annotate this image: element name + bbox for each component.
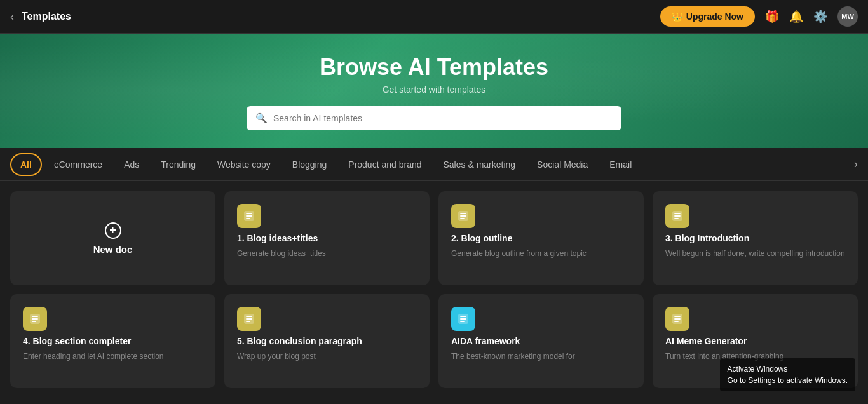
watermark-line2: Go to Settings to activate Windows. bbox=[728, 375, 848, 386]
card-blog-ideas-titles[interactable]: 1. Blog ideas+titles Generate blog ideas… bbox=[224, 191, 430, 285]
avatar-label: MW bbox=[841, 13, 854, 20]
back-button[interactable]: ‹ bbox=[10, 10, 14, 24]
new-doc-label: New doc bbox=[93, 244, 133, 255]
tabs-bar: AlleCommerceAdsTrendingWebsite copyBlogg… bbox=[0, 148, 868, 181]
topnav: ‹ Templates 👑 Upgrade Now 🎁 🔔 ⚙️ MW bbox=[0, 0, 868, 34]
card-icon-blog-section-completer bbox=[23, 307, 47, 331]
card-icon-blog-outline bbox=[451, 204, 475, 228]
upgrade-label: Upgrade Now bbox=[686, 11, 743, 22]
card-desc-blog-introduction: Well begun is half done, write compellin… bbox=[665, 248, 845, 259]
card-desc-aida-framework: The best-known marketing model for bbox=[451, 351, 631, 362]
topnav-left: ‹ Templates bbox=[10, 10, 71, 24]
tab-ads[interactable]: Ads bbox=[114, 154, 149, 175]
card-blog-conclusion[interactable]: 5. Blog conclusion paragraph Wrap up you… bbox=[224, 294, 430, 388]
card-title-blog-introduction: 3. Blog Introduction bbox=[665, 233, 845, 243]
card-aida-framework[interactable]: AIDA framework The best-known marketing … bbox=[438, 294, 644, 388]
search-input[interactable] bbox=[247, 106, 621, 130]
windows-watermark: Activate Windows Go to Settings to activ… bbox=[720, 358, 855, 391]
card-desc-blog-ideas-titles: Generate blog ideas+titles bbox=[237, 248, 417, 259]
card-title-ai-meme-generator: AI Meme Generator bbox=[665, 336, 845, 346]
tabs-scroll-right[interactable]: › bbox=[854, 158, 858, 171]
card-icon-blog-ideas-titles bbox=[237, 204, 261, 228]
gift-icon[interactable]: 🎁 bbox=[765, 10, 779, 24]
tab-all[interactable]: All bbox=[10, 153, 42, 176]
card-icon-blog-conclusion bbox=[237, 307, 261, 331]
card-icon-blog-introduction bbox=[665, 204, 689, 228]
crown-icon: 👑 bbox=[672, 11, 682, 22]
settings-icon[interactable]: ⚙️ bbox=[813, 10, 827, 24]
hero-subtitle: Get started with templates bbox=[10, 84, 858, 95]
avatar[interactable]: MW bbox=[837, 6, 858, 27]
card-desc-blog-conclusion: Wrap up your blog post bbox=[237, 351, 417, 362]
card-icon-ai-meme-generator bbox=[665, 307, 689, 331]
card-desc-blog-outline: Generate blog outline from a given topic bbox=[451, 248, 631, 259]
hero-banner: Browse AI Templates Get started with tem… bbox=[0, 34, 868, 148]
watermark-line1: Activate Windows bbox=[728, 363, 848, 375]
upgrade-button[interactable]: 👑 Upgrade Now bbox=[660, 6, 755, 27]
card-title-blog-conclusion: 5. Blog conclusion paragraph bbox=[237, 336, 417, 346]
tab-ecommerce[interactable]: eCommerce bbox=[44, 154, 112, 175]
card-title-aida-framework: AIDA framework bbox=[451, 336, 631, 346]
search-icon: 🔍 bbox=[255, 112, 268, 124]
card-desc-blog-section-completer: Enter heading and let AI complete sectio… bbox=[23, 351, 203, 362]
plus-circle-icon: + bbox=[105, 222, 121, 239]
tab-blogging[interactable]: Blogging bbox=[283, 154, 337, 175]
tab-sales-marketing[interactable]: Sales & marketing bbox=[434, 154, 526, 175]
tab-email[interactable]: Email bbox=[600, 154, 641, 175]
tab-website-copy[interactable]: Website copy bbox=[208, 154, 280, 175]
back-icon: ‹ bbox=[10, 10, 14, 24]
bell-icon[interactable]: 🔔 bbox=[789, 10, 803, 24]
card-blog-section-completer[interactable]: 4. Blog section completer Enter heading … bbox=[10, 294, 215, 388]
card-title-blog-ideas-titles: 1. Blog ideas+titles bbox=[237, 233, 417, 243]
tab-product-brand[interactable]: Product and brand bbox=[339, 154, 431, 175]
page-title: Templates bbox=[22, 11, 71, 22]
card-blog-introduction[interactable]: 3. Blog Introduction Well begun is half … bbox=[653, 191, 858, 285]
hero-title: Browse AI Templates bbox=[10, 54, 858, 81]
card-title-blog-section-completer: 4. Blog section completer bbox=[23, 336, 203, 346]
card-blog-outline[interactable]: 2. Blog outline Generate blog outline fr… bbox=[438, 191, 644, 285]
tab-trending[interactable]: Trending bbox=[151, 154, 205, 175]
topnav-right: 👑 Upgrade Now 🎁 🔔 ⚙️ MW bbox=[660, 6, 858, 27]
card-icon-aida-framework bbox=[451, 307, 475, 331]
search-bar: 🔍 bbox=[247, 106, 621, 130]
card-title-blog-outline: 2. Blog outline bbox=[451, 233, 631, 243]
card-new-doc[interactable]: + New doc bbox=[10, 191, 215, 285]
tab-social-media[interactable]: Social Media bbox=[527, 154, 597, 175]
